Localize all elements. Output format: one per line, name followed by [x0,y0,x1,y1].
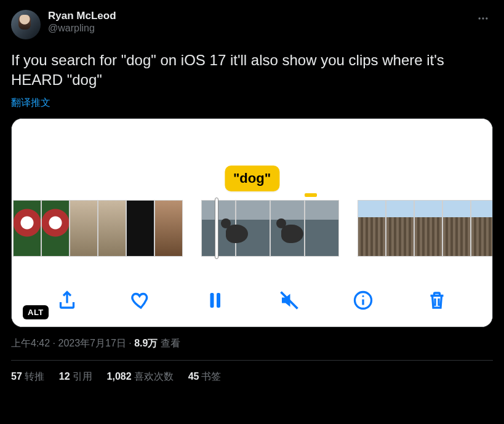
stat-bookmarks[interactable]: 45书签 [188,370,222,383]
clip-thumb[interactable] [442,200,471,257]
clip-thumb[interactable] [358,200,386,257]
views-label: 查看 [161,338,180,348]
mute-button[interactable] [276,287,302,313]
search-caption-bubble: "dog" [225,166,279,191]
video-timeline-strip[interactable] [12,200,492,257]
avatar[interactable] [11,10,41,39]
stat-quotes[interactable]: 12引用 [59,370,92,383]
author-names[interactable]: Ryan McLeod @warpling [48,10,116,34]
like-button[interactable] [128,287,154,313]
stat-likes[interactable]: 1,082喜欢次数 [107,370,174,383]
tweet-text: If you search for "dog" on iOS 17 it'll … [11,50,493,90]
pause-button[interactable] [202,287,228,313]
ellipsis-icon [477,12,489,25]
more-options-button[interactable] [473,10,493,30]
handle: @warpling [48,23,116,34]
svg-point-0 [479,17,481,19]
translate-link[interactable]: 翻译推文 [11,97,50,110]
dog-silhouette-icon [226,225,248,243]
tweet-container: Ryan McLeod @warpling If you search for … [0,0,504,390]
display-name: Ryan McLeod [48,10,116,22]
info-button[interactable] [350,287,376,313]
media-content: "dog" [12,119,492,327]
clip-thumb[interactable] [386,200,414,257]
svg-rect-3 [210,293,214,308]
clip-thumb[interactable] [305,200,339,257]
trash-icon [426,289,448,311]
delete-button[interactable] [424,287,450,313]
clip-group[interactable] [13,200,183,257]
tweet-stats: 57转推 12引用 1,082喜欢次数 45书签 [11,361,493,383]
svg-point-1 [482,17,484,19]
tweet-header: Ryan McLeod @warpling [11,10,493,39]
clip-thumb[interactable] [41,200,70,257]
svg-point-2 [486,17,487,19]
tweet-time[interactable]: 上午4:42 [11,338,50,348]
media-toolbar [12,287,492,313]
clip-thumb[interactable] [70,200,98,257]
clip-thumb[interactable] [414,200,442,257]
speaker-muted-icon [278,289,300,311]
svg-rect-4 [217,293,220,308]
tweet-meta: 上午4:42 · 2023年7月17日 · 8.9万 查看 [11,337,493,350]
clip-thumb[interactable] [126,200,154,257]
stat-retweets[interactable]: 57转推 [11,370,44,383]
share-button[interactable] [54,287,80,313]
clip-thumb[interactable] [13,200,41,257]
caption-tick [305,193,317,197]
media-attachment[interactable]: "dog" [11,118,493,327]
share-icon [56,289,78,311]
dog-silhouette-icon [281,225,303,243]
clip-group-active[interactable] [201,200,339,257]
heart-icon [130,289,152,311]
clip-thumb[interactable] [471,200,493,257]
svg-point-8 [362,295,364,297]
views-count[interactable]: 8.9万 [134,338,158,348]
tweet-date[interactable]: 2023年7月17日 [58,338,126,348]
clip-thumb[interactable] [154,200,183,257]
info-icon [352,289,374,311]
clip-group[interactable] [358,200,493,257]
pause-icon [204,289,226,311]
clip-thumb[interactable] [98,200,126,257]
playhead[interactable] [215,198,218,259]
alt-badge[interactable]: ALT [23,305,49,319]
